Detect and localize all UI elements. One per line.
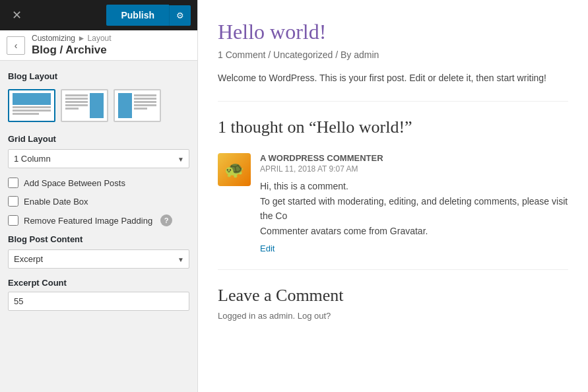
comment-line-2: To get started with moderating, editing,… — [260, 194, 568, 224]
excerpt-count-label: Excerpt Count — [8, 278, 189, 288]
comment-date: APRIL 11, 2018 AT 9:07 AM — [260, 164, 568, 174]
breadcrumb-child: Layout — [88, 34, 112, 43]
svg-rect-4 — [65, 94, 88, 96]
enable-date-checkbox[interactable] — [8, 196, 18, 207]
gear-button[interactable]: ⚙ — [169, 5, 191, 26]
svg-rect-9 — [90, 93, 104, 118]
svg-rect-14 — [134, 104, 156, 106]
breadcrumb-current: Blog / Archive — [32, 44, 112, 57]
panel-content[interactable]: Blog Layout — [0, 61, 197, 392]
breadcrumb-separator: ► — [77, 34, 87, 43]
avatar-image: 🐢 — [218, 153, 251, 186]
breadcrumb: Customizing ► Layout Blog / Archive — [32, 34, 112, 57]
svg-rect-2 — [13, 110, 51, 112]
svg-rect-6 — [65, 101, 88, 103]
breadcrumb-parent-link[interactable]: Customizing — [32, 34, 75, 43]
comment-entry: 🐢 A WORDPRESS COMMENTER APRIL 11, 2018 A… — [218, 153, 568, 253]
post-excerpt: Welcome to WordPress. This is your first… — [218, 71, 568, 102]
enable-date-checkbox-row[interactable]: Enable Date Box — [8, 196, 189, 207]
remove-padding-checkbox[interactable] — [8, 215, 18, 226]
blog-layout-title: Blog Layout — [8, 71, 189, 81]
breadcrumb-path: Customizing ► Layout — [32, 34, 112, 43]
excerpt-count-input[interactable] — [8, 292, 189, 311]
blog-post-content-title: Blog Post Content — [8, 234, 189, 244]
svg-rect-8 — [65, 108, 79, 110]
grid-column-select[interactable]: 1 Column 2 Columns 3 Columns — [8, 149, 189, 168]
comment-line-1: Hi, this is a comment. — [260, 179, 568, 193]
layout-option-2[interactable] — [61, 89, 108, 122]
breadcrumb-bar: ‹ Customizing ► Layout Blog / Archive — [0, 30, 197, 61]
top-bar: ✕ Publish ⚙ — [0, 0, 197, 30]
svg-rect-13 — [134, 101, 156, 103]
customizer-panel: ✕ Publish ⚙ ‹ Customizing ► Layout Blog … — [0, 0, 198, 392]
grid-layout-title: Grid Layout — [8, 134, 189, 144]
add-space-checkbox[interactable] — [8, 178, 18, 188]
post-title: Hello world! — [218, 20, 568, 44]
comment-line-3: Commenter avatars come from Gravatar. — [260, 224, 568, 238]
content-select[interactable]: Excerpt Full Content — [8, 249, 189, 269]
svg-rect-7 — [65, 104, 88, 106]
layout-option-1[interactable] — [8, 89, 55, 122]
post-meta: 1 Comment / Uncategorized / By admin — [218, 49, 568, 60]
svg-rect-1 — [13, 106, 51, 108]
leave-comment-title: Leave a Comment — [218, 269, 568, 306]
svg-rect-3 — [13, 113, 39, 115]
enable-date-label: Enable Date Box — [24, 197, 88, 207]
help-icon[interactable]: ? — [160, 214, 172, 226]
blog-layout-options — [8, 89, 189, 122]
svg-rect-15 — [134, 108, 147, 110]
svg-rect-0 — [13, 93, 51, 105]
layout-option-3[interactable] — [114, 89, 161, 122]
comment-body: A WORDPRESS COMMENTER APRIL 11, 2018 AT … — [260, 153, 568, 253]
svg-rect-12 — [134, 98, 156, 100]
publish-button[interactable]: Publish — [106, 5, 169, 26]
svg-rect-5 — [65, 98, 88, 100]
add-space-checkbox-row[interactable]: Add Space Between Posts — [8, 178, 189, 188]
svg-rect-10 — [118, 93, 132, 118]
logged-in-text: Logged in as admin. Log out? — [218, 311, 568, 321]
close-button[interactable]: ✕ — [7, 7, 27, 24]
comment-avatar: 🐢 — [218, 153, 251, 186]
comments-heading: 1 thought on “Hello world!” — [218, 117, 568, 137]
comment-author: A WORDPRESS COMMENTER — [260, 153, 568, 163]
publish-area: Publish ⚙ — [106, 5, 191, 26]
remove-padding-label: Remove Featured Image Padding — [24, 216, 152, 226]
main-preview: Hello world! 1 Comment / Uncategorized /… — [198, 0, 588, 392]
remove-padding-checkbox-row[interactable]: Remove Featured Image Padding ? — [8, 214, 189, 226]
content-select-wrapper: Excerpt Full Content — [8, 249, 189, 269]
add-space-label: Add Space Between Posts — [24, 178, 125, 188]
svg-rect-11 — [134, 94, 156, 96]
grid-column-select-wrapper: 1 Column 2 Columns 3 Columns — [8, 149, 189, 168]
back-button[interactable]: ‹ — [7, 36, 25, 55]
comment-edit-link[interactable]: Edit — [260, 244, 568, 253]
